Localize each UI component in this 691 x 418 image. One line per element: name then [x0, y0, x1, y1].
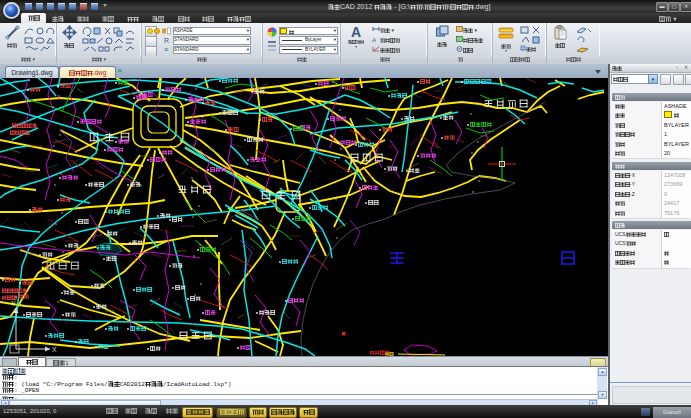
svg-text:A: A	[372, 37, 376, 43]
svg-text:Y: Y	[11, 300, 16, 307]
svg-text:R: R	[164, 37, 169, 44]
svg-text:≡: ≡	[164, 46, 168, 53]
svg-text:X: X	[52, 346, 57, 353]
